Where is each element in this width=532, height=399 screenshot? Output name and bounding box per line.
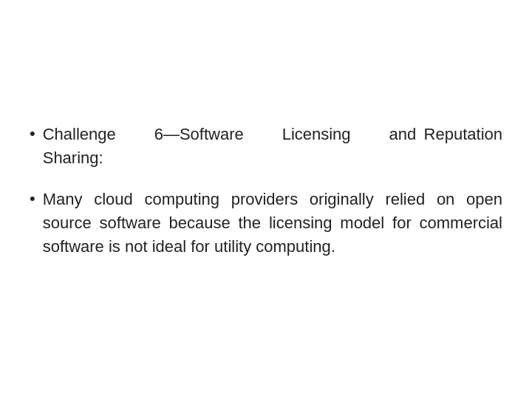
slide-content: • Challenge 6—Software Licensing and Rep…: [15, 93, 517, 305]
bullet-dot-1: •: [30, 123, 35, 146]
bullet-item-2: • Many cloud computing providers origina…: [30, 188, 502, 259]
bullet-text-1: Challenge 6—Software Licensing and Reput…: [43, 123, 502, 170]
bullet-dot-2: •: [30, 188, 35, 211]
bullet-text-2: Many cloud computing providers originall…: [43, 188, 502, 259]
bullet-item-1: • Challenge 6—Software Licensing and Rep…: [30, 123, 502, 170]
